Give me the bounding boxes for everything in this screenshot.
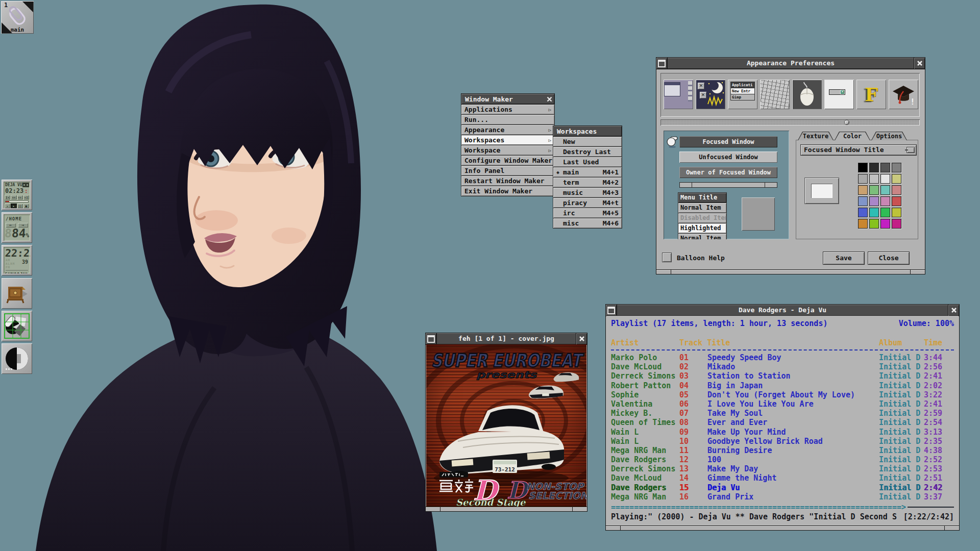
preview-owner-window[interactable]: Owner of Focused Window	[679, 167, 777, 178]
play-button[interactable]: ▸	[11, 204, 16, 208]
preview-unfocused-window[interactable]: Unfocused Window	[679, 152, 777, 163]
rewind-button[interactable]: ◂◂	[11, 195, 16, 199]
previous-button[interactable]: ❙◂	[5, 195, 10, 199]
close-button[interactable]	[576, 333, 587, 344]
menu-item[interactable]: Run...	[461, 115, 555, 125]
menu-item[interactable]: Info Panel	[461, 166, 555, 176]
palette-color-cell[interactable]	[892, 185, 901, 195]
workspace-menu-item[interactable]: New	[553, 137, 622, 147]
submenu-titlebar[interactable]: Workspaces	[553, 126, 622, 137]
workspace-menu-item[interactable]: Last Used	[553, 157, 622, 167]
menu-item[interactable]: Applications ▷	[461, 105, 555, 115]
playlist-titlebar[interactable]: Dave Rodgers - Deja Vu	[606, 305, 959, 316]
section-window-style-icon[interactable]	[664, 80, 693, 109]
menu-item[interactable]: Restart Window Maker	[461, 176, 555, 186]
section-keyboard-icon[interactable]	[760, 80, 790, 109]
section-menu-style-icon[interactable]: Applicati New Entr Gimp	[728, 80, 757, 109]
preview-menu-item[interactable]: Normal Item	[678, 234, 727, 239]
workspace-menu-item[interactable]: irc M4+5	[553, 208, 622, 218]
palette-color-cell[interactable]	[858, 163, 868, 172]
close-button[interactable]	[914, 58, 925, 69]
menu-item[interactable]: Workspaces ▷	[461, 135, 555, 145]
pause-button[interactable]: ❙❙	[17, 204, 23, 208]
preview-focused-window[interactable]: Focused Window	[679, 136, 777, 147]
fast-forward-button[interactable]: ▸▸	[17, 195, 23, 199]
palette-color-cell[interactable]	[869, 196, 879, 206]
palette-color-cell[interactable]	[869, 163, 879, 172]
preview-menu-item[interactable]: Menu Title	[678, 192, 727, 203]
track-row[interactable]: Marko Polo 01 Speedy Speed Boy Initial D…	[611, 353, 954, 362]
prefs-titlebar[interactable]: Appearance Preferences	[656, 58, 925, 69]
track-row[interactable]: Mickey B. 07 Take My Soul Initial D 2:59	[611, 409, 954, 418]
track-row[interactable]: Derreck Simons 13 Make My Day Initial D …	[611, 464, 954, 473]
track-progress-bar[interactable]: ========================================…	[611, 503, 954, 512]
track-row[interactable]: Dave Rodgers 15 Deja Vu Initial D 2:42	[611, 483, 954, 492]
palette-color-cell[interactable]	[869, 219, 879, 229]
next-button[interactable]: ▸❙	[23, 195, 29, 199]
prefs-resizebar[interactable]	[656, 269, 925, 274]
preview-menu-item[interactable]: Normal Item	[678, 203, 727, 213]
color-target-dropdown[interactable]: Focused Window Title	[801, 145, 916, 155]
palette-color-cell[interactable]	[892, 208, 901, 217]
dockapp-clock[interactable]: 22:22 AM ALRM 39 PM SUN09JUL	[2, 245, 32, 276]
miniaturize-button[interactable]	[656, 58, 668, 69]
palette-color-cell[interactable]	[858, 208, 868, 217]
track-row[interactable]: Mega NRG Man 11 Burning Desire Initial D…	[611, 446, 954, 455]
menu-item[interactable]: Configure Window Maker	[461, 156, 555, 166]
close-button[interactable]: Close	[868, 252, 909, 264]
dockapp-disk-usage[interactable]: /HOME ← → 884%	[2, 212, 32, 243]
section-scrollbar[interactable]	[660, 119, 920, 126]
palette-color-cell[interactable]	[880, 196, 890, 206]
workspace-menu-item[interactable]: music M4+3	[553, 188, 622, 198]
menu-item[interactable]: Appearance ▷	[461, 125, 555, 135]
tab[interactable]: Color	[835, 132, 870, 140]
tab[interactable]: Texture	[798, 132, 834, 140]
save-button[interactable]: Save	[823, 252, 864, 264]
palette-color-cell[interactable]	[858, 196, 868, 206]
menu-item[interactable]: Exit Window Maker	[461, 186, 555, 196]
preview-menu-item[interactable]: Highlighted	[678, 223, 727, 234]
workspace-menu-item[interactable]: ◈ main M4+1	[553, 167, 622, 178]
close-button[interactable]	[948, 305, 959, 316]
stop-button[interactable]: ■	[23, 204, 29, 208]
track-row[interactable]: Robert Patton 04 Big in Japan Initial D …	[611, 381, 954, 390]
dockapp-drawer[interactable]	[2, 278, 32, 309]
palette-color-cell[interactable]	[869, 185, 879, 195]
scrollbar-knob[interactable]	[845, 120, 849, 124]
miniaturize-button[interactable]	[426, 333, 437, 344]
track-row[interactable]: Sophie 05 Don't You (Forget About My Lov…	[611, 390, 954, 399]
miniaturize-button[interactable]	[606, 305, 617, 316]
palette-color-cell[interactable]	[880, 163, 890, 172]
palette-color-cell[interactable]	[858, 219, 868, 229]
playlist-resizebar[interactable]	[606, 525, 959, 530]
current-color-well[interactable]	[805, 178, 839, 204]
section-font-icon[interactable]: F	[856, 80, 886, 109]
eject-button[interactable]: ▴	[5, 204, 10, 208]
track-row[interactable]: Derreck Simons 03 Station to Station Ini…	[611, 371, 954, 381]
balloon-help-checkbox[interactable]	[663, 253, 671, 262]
track-row[interactable]: Valentina 06 I Love You Like You Are Ini…	[611, 399, 954, 409]
section-mouse-icon[interactable]	[792, 80, 822, 109]
dockapp-music-player[interactable]: DEJA VU 02:23 : 35 ❙◂ ◂◂ ▸▸ ▸❙ ▴ ▸ ❙❙ ■	[2, 180, 32, 210]
section-expert-icon[interactable]: !	[889, 80, 918, 109]
track-row[interactable]: Dave McLoud 02 Mikado Initial D 2:56	[611, 362, 954, 371]
preview-menu-item[interactable]: Disabled Item	[678, 213, 727, 223]
palette-color-cell[interactable]	[880, 174, 890, 184]
workspace-menu-item[interactable]: misc M4+6	[553, 218, 622, 229]
feh-titlebar[interactable]: feh [1 of 1] - cover.jpg	[426, 333, 587, 345]
preview-icon-tile[interactable]	[742, 197, 775, 231]
section-appearance-icon[interactable]: ✕	[824, 80, 854, 109]
workspace-menu-item[interactable]: Destroy Last	[553, 147, 622, 157]
workspace-menu-item[interactable]: piracy M4+t	[553, 198, 622, 208]
track-row[interactable]: Dave Rodgers 12 100 Initial D 2:52	[611, 455, 954, 464]
menu-close-icon[interactable]	[547, 96, 552, 102]
palette-color-cell[interactable]	[869, 208, 879, 217]
menu-item[interactable]: Workspace ▷	[461, 145, 555, 156]
dockapp-wprefs[interactable]	[2, 311, 32, 341]
palette-color-cell[interactable]	[869, 174, 879, 184]
preview-resizebar[interactable]	[679, 182, 777, 188]
track-row[interactable]: Mega NRG Man 16 Grand Prix Initial D 3:3…	[611, 492, 954, 502]
workspace-menu-item[interactable]: term M4+2	[553, 178, 622, 188]
track-row[interactable]: Queen of Times 08 Ever and Ever Initial …	[611, 418, 954, 427]
palette-color-cell[interactable]	[892, 196, 901, 206]
